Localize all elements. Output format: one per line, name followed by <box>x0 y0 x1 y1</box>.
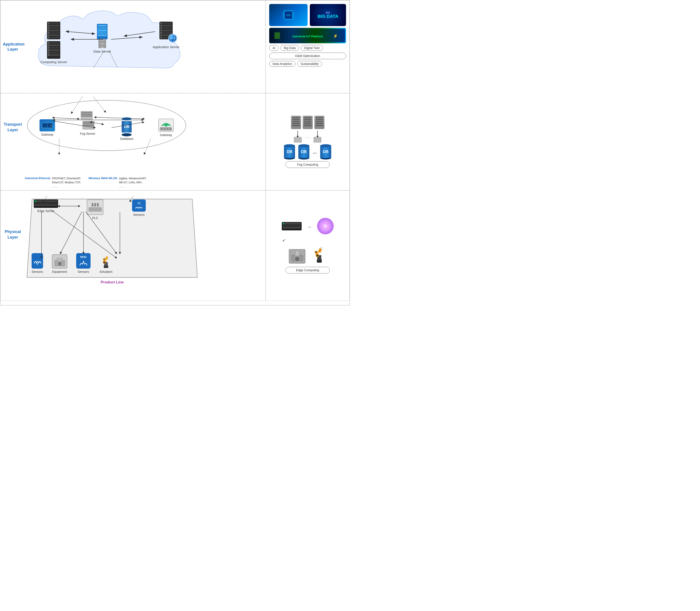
svg-text:Industrial IoT Platform: Industrial IoT Platform <box>292 35 323 38</box>
edge-top-row: → <box>282 218 334 234</box>
fog-db-3: DB <box>320 144 331 160</box>
plc-item: PLC <box>87 199 103 220</box>
sensors-bottom-label: Sensors <box>32 270 43 273</box>
svg-point-29 <box>165 125 167 127</box>
svg-text:V: V <box>44 124 45 126</box>
rfid-label: Sensors <box>78 270 89 273</box>
svg-line-69 <box>329 224 329 228</box>
svg-point-44 <box>59 263 61 264</box>
data-server-label: Data Server <box>93 49 111 53</box>
fog-server-item: Fog Server <box>80 111 95 135</box>
globe-icon <box>168 34 177 43</box>
bigdata-label: BIG DATA <box>318 14 338 19</box>
svg-rect-85 <box>320 247 323 249</box>
cnc-icon <box>289 249 305 264</box>
tech-banner: Industrial IoT Platform ⚡ <box>269 28 346 43</box>
db-top-cap <box>122 117 132 120</box>
svg-line-71 <box>322 229 325 230</box>
svg-point-84 <box>315 251 317 253</box>
analytics-tag: Data Analytics <box>269 61 295 67</box>
om-tag: O&M Optimization <box>269 53 346 59</box>
database-label: Database <box>120 137 133 140</box>
data-server-icon <box>93 24 111 48</box>
fog-server-icon <box>81 111 94 130</box>
application-server-icon <box>159 21 173 39</box>
computing-server-icon2 <box>47 41 60 59</box>
cloud-area: Computing Server <box>25 4 193 84</box>
protocol-labels: Industrial Ethernet PROFINET, EtherNet/I… <box>25 177 186 189</box>
wireless-text: ZigBee, WirelessHART,NB-IoT, LoRa, WiFi,… <box>119 177 147 189</box>
equipment-item: Equipment <box>52 254 67 273</box>
ai-tag: AI <box>269 45 279 51</box>
edge-server-icon <box>34 199 58 208</box>
actuators-icon <box>100 253 112 269</box>
edge-server-right <box>282 222 302 230</box>
edge-diagram: → <box>269 218 346 273</box>
edge-arrow-down: ↙ <box>283 238 286 242</box>
bigdata-banner: BIG BIG DATA <box>310 4 346 26</box>
transport-items: V ⚡ Gateway Fog Server <box>27 96 186 158</box>
brain-icon <box>317 218 334 234</box>
robot-arm-item <box>312 246 326 264</box>
fog-tower-1 <box>291 116 301 129</box>
fog-middle-row: ... <box>294 131 321 143</box>
fog-db-row: DB DB ... DB <box>284 144 331 160</box>
temp-sensor-item: °C Sensors <box>132 199 146 217</box>
fog-db-dots: ... <box>313 149 317 155</box>
transport-layer-cell: TransportLayer V ⚡ Gatewa <box>0 93 265 190</box>
equipment-label: Equipment <box>52 270 67 273</box>
digital-twin-tag: Digital Twin <box>301 45 323 51</box>
fog-server-label: Fog Server <box>80 132 95 135</box>
edge-computing-label: Edge Computing <box>286 267 330 273</box>
rfid-sensor-icon: RFID <box>76 253 91 269</box>
right-application-panel: CPU BIG BIG DATA <box>265 0 350 93</box>
rfid-sensor-item: RFID Sensors <box>76 253 91 273</box>
svg-text:⚡: ⚡ <box>333 33 338 39</box>
fog-tower-2 <box>303 116 313 129</box>
plc-label: PLC <box>92 216 98 220</box>
svg-point-50 <box>103 258 105 260</box>
database-item: DB Database <box>120 117 133 140</box>
equipment-icon <box>52 254 67 269</box>
tags-row-2: Data Analytics Sustainability <box>269 61 346 67</box>
gateway-right-label: Gateway <box>160 133 172 137</box>
fog-diagram: ... DB DB <box>269 116 346 168</box>
application-layer-label: Application Layer <box>3 42 23 52</box>
db-top-2 <box>298 144 309 147</box>
db-top-3 <box>320 144 331 147</box>
sensors-top-label: Sensors <box>133 213 144 217</box>
computing-server-label: Computing Server <box>41 60 67 64</box>
sustainability-tag: Sustainability <box>297 61 322 67</box>
wireless-wan-label: Wireless WAN WLAN <box>89 177 117 180</box>
svg-rect-82 <box>318 248 322 253</box>
application-server-label: Application Server <box>153 45 180 49</box>
banner-row: CPU BIG BIG DATA <box>269 4 346 26</box>
db-top-1 <box>284 144 295 147</box>
svg-point-61 <box>323 223 328 229</box>
industrial-eth-section: Industrial Ethernet PROFINET, EtherNet/I… <box>25 177 81 189</box>
fog-gw-1 <box>294 131 302 143</box>
db-cyl-2: DB <box>298 146 309 158</box>
fog-mini-gw-1 <box>294 137 302 143</box>
right-transport-panel: ... DB DB <box>265 93 350 190</box>
svg-point-83 <box>316 254 319 257</box>
fog-gw-2 <box>314 131 321 143</box>
industrial-eth-text: PROFINET, EtherNet/IP,EtherCAT, Modbus-T… <box>52 177 81 189</box>
gateway-right-item: Gateway <box>158 119 174 137</box>
svg-point-78 <box>296 258 298 259</box>
computing-server: Computing Server <box>41 21 67 64</box>
cnc-item <box>289 249 305 264</box>
plc-icon <box>87 199 103 215</box>
edge-server-right-icon <box>282 222 302 230</box>
svg-text:⚡: ⚡ <box>50 124 52 126</box>
data-server: Data Server <box>93 24 111 53</box>
fog-db-1: DB <box>284 144 295 160</box>
temp-sensor-icon: °C <box>132 199 146 212</box>
transport-grid: V ⚡ Gateway Fog Server <box>27 96 186 158</box>
wave-sensor-item: Sensors <box>32 253 43 273</box>
phys-row-1: Edge Server PLC <box>34 199 146 220</box>
db-body: DB <box>122 121 132 133</box>
svg-line-72 <box>321 224 322 228</box>
edge-arrow-right: → <box>307 224 311 229</box>
fog-mini-gw-2 <box>314 137 321 143</box>
